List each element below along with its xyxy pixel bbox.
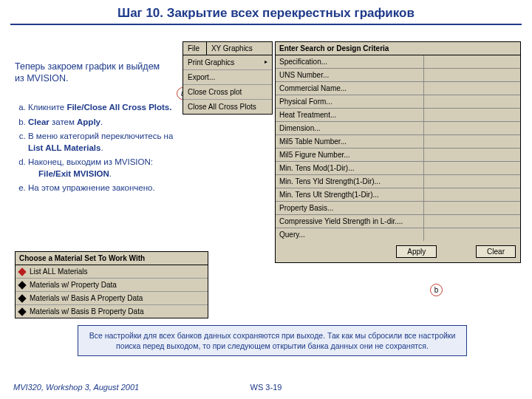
step-d: Наконец, выходим из MVISION:File/Exit MV…	[28, 157, 187, 180]
material-set-label: Materials w/ Basis B Property Data	[30, 307, 144, 316]
instruction-list: Кликните File/Close All Cross Plots. Cle…	[0, 99, 187, 194]
criteria-label: Specification...	[276, 55, 424, 68]
criteria-label: Dimension...	[276, 122, 424, 134]
criteria-label: Min. Tens Ult Strength(1-Dir)...	[276, 188, 424, 201]
clear-button[interactable]: Clear	[476, 245, 516, 258]
file-menu: File XY Graphics Print Graphics▸ Export.…	[183, 41, 273, 115]
material-set-header: Choose a Material Set To Work With	[16, 252, 208, 265]
material-set-label: List ALL Materials	[30, 267, 88, 276]
criteria-label: Commercial Name...	[276, 82, 424, 95]
criteria-value[interactable]	[424, 95, 520, 108]
material-set-row[interactable]: Materials w/ Basis B Property Data	[16, 305, 208, 318]
menu-item-close-cross[interactable]: Close Cross plot	[183, 85, 272, 100]
material-set-row[interactable]: List ALL Materials	[16, 265, 208, 279]
criteria-label: Property Basis...	[276, 202, 424, 214]
criteria-value[interactable]	[424, 215, 520, 228]
slide-title: Шаг 10. Закрытие всех перекрестных графи…	[0, 0, 532, 24]
criteria-row[interactable]: Commercial Name...	[276, 82, 520, 95]
criteria-panel: Enter Search or Design Criteria Specific…	[275, 41, 521, 263]
apply-button[interactable]: Apply	[396, 245, 437, 258]
criteria-row[interactable]: Query...	[276, 228, 520, 241]
criteria-label: UNS Number...	[276, 69, 424, 81]
criteria-row[interactable]: Min. Tens Ult Strength(1-Dir)...	[276, 188, 520, 202]
diamond-icon	[18, 268, 26, 276]
criteria-row[interactable]: UNS Number...	[276, 69, 520, 82]
criteria-value[interactable]	[424, 122, 520, 134]
criteria-value[interactable]	[424, 109, 520, 121]
material-set-label: Materials w/ Property Data	[30, 281, 117, 289]
menu-item-print[interactable]: Print Graphics▸	[183, 55, 272, 70]
material-set-panel: Choose a Material Set To Work With List …	[15, 251, 208, 318]
criteria-value[interactable]	[424, 82, 520, 95]
criteria-value[interactable]	[424, 188, 520, 201]
criteria-value[interactable]	[424, 149, 520, 161]
criteria-value[interactable]	[424, 228, 520, 241]
criteria-row[interactable]: Dimension...	[276, 122, 520, 135]
criteria-value[interactable]	[424, 69, 520, 81]
criteria-row[interactable]: Mil5 Table Number...	[276, 135, 520, 149]
criteria-row[interactable]: Mil5 Figure Number...	[276, 149, 520, 162]
menu-item-export[interactable]: Export...	[183, 70, 272, 85]
material-set-label: Materials w/ Basis A Property Data	[30, 294, 143, 302]
menu-file-label[interactable]: File	[183, 42, 204, 55]
criteria-row[interactable]: Specification...	[276, 55, 520, 69]
material-set-row[interactable]: Materials w/ Property Data	[16, 279, 208, 292]
diamond-icon	[18, 282, 26, 290]
criteria-value[interactable]	[424, 202, 520, 214]
criteria-row[interactable]: Compressive Yield Strength in L-dir....	[276, 215, 520, 228]
diamond-icon	[18, 295, 26, 303]
diamond-icon	[18, 308, 26, 316]
criteria-label: Min. Tens Mod(1-Dir)...	[276, 162, 424, 174]
criteria-label: Query...	[276, 228, 424, 241]
criteria-row[interactable]: Property Basis...	[276, 202, 520, 215]
criteria-header: Enter Search or Design Criteria	[276, 42, 520, 55]
menu-item-close-all-cross[interactable]: Close All Cross Plots	[183, 100, 272, 114]
step-b: Clear затем Apply.	[28, 117, 187, 129]
menu-xy-label[interactable]: XY Graphics	[206, 42, 257, 55]
criteria-row[interactable]: Physical Form...	[276, 95, 520, 109]
criteria-label: Min. Tens Yld Strength(1-Dir)...	[276, 175, 424, 188]
criteria-label: Physical Form...	[276, 95, 424, 108]
criteria-row[interactable]: Min. Tens Mod(1-Dir)...	[276, 162, 520, 175]
title-rule	[10, 24, 522, 25]
criteria-label: Mil5 Table Number...	[276, 135, 424, 148]
criteria-row[interactable]: Heat Treatment...	[276, 109, 520, 122]
criteria-value[interactable]	[424, 135, 520, 148]
material-set-row[interactable]: Materials w/ Basis A Property Data	[16, 292, 208, 305]
criteria-value[interactable]	[424, 175, 520, 188]
criteria-value[interactable]	[424, 162, 520, 174]
footer-center: WS 3-19	[0, 383, 532, 392]
callout-b: b	[430, 284, 443, 296]
step-e: На этом упражнение закончено.	[28, 183, 187, 194]
step-a: Кликните File/Close All Cross Plots.	[28, 102, 187, 114]
submenu-arrow-icon: ▸	[265, 58, 267, 65]
criteria-value[interactable]	[424, 55, 520, 68]
criteria-row[interactable]: Min. Tens Yld Strength(1-Dir)...	[276, 175, 520, 188]
footnote-box: Все настройки для всех банков данных сох…	[78, 325, 467, 356]
criteria-label: Heat Treatment...	[276, 109, 424, 121]
criteria-label: Mil5 Figure Number...	[276, 149, 424, 161]
criteria-label: Compressive Yield Strength in L-dir....	[276, 215, 424, 228]
intro-text: Теперь закроем график и выйдем из MVISIO…	[0, 31, 166, 91]
step-c: В меню категорий переключитесь на List A…	[28, 131, 187, 154]
